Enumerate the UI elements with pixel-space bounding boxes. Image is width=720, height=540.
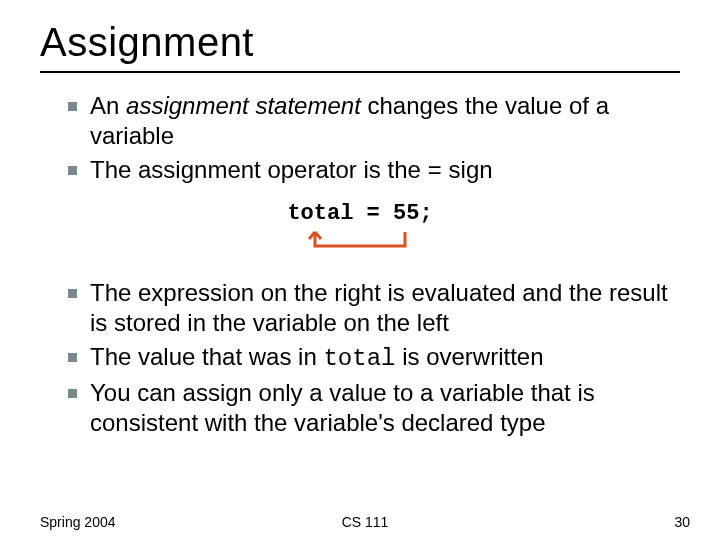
bullet-item: You can assign only a value to a variabl… — [40, 378, 680, 438]
footer: Spring 2004 CS 111 30 — [40, 514, 690, 530]
code-line: total = 55; — [40, 201, 680, 226]
code-inline: = — [428, 158, 442, 185]
bullet-group-1: An assignment statement changes the valu… — [40, 91, 680, 187]
assignment-arrow-icon — [295, 228, 425, 256]
bullet-item: An assignment statement changes the valu… — [40, 91, 680, 151]
bullet-item: The value that was in total is overwritt… — [40, 342, 680, 374]
arrow-diagram — [40, 228, 680, 260]
title-rule — [40, 71, 680, 73]
text: You can assign only a value to a variabl… — [90, 379, 595, 436]
bullet-group-2: The expression on the right is evaluated… — [40, 278, 680, 374]
bullet-item: The expression on the right is evaluated… — [40, 278, 680, 338]
text: is overwritten — [395, 343, 543, 370]
text: The assignment operator is the — [90, 156, 428, 183]
text: sign — [442, 156, 493, 183]
bullet-group-3: You can assign only a value to a variabl… — [40, 378, 680, 438]
code-inline: total — [323, 345, 395, 372]
bullet-item: The assignment operator is the = sign — [40, 155, 680, 187]
slide: Assignment An assignment statement chang… — [0, 0, 720, 540]
footer-center: CS 111 — [40, 514, 690, 530]
text: The value that was in — [90, 343, 323, 370]
emphasis: assignment statement — [126, 92, 361, 119]
slide-title: Assignment — [40, 20, 680, 65]
text: The expression on the right is evaluated… — [90, 279, 668, 336]
text: An — [90, 92, 126, 119]
